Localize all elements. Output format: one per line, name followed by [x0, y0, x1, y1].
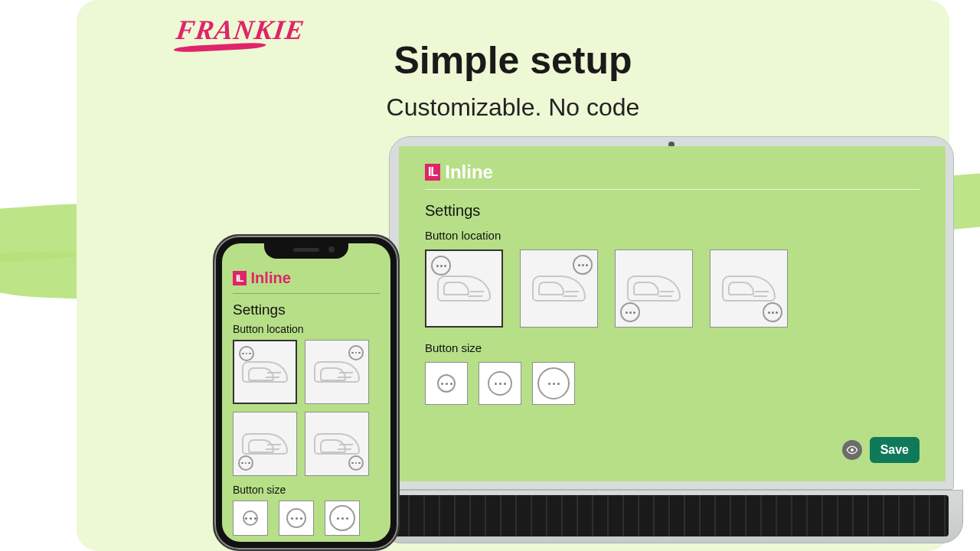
button-size-label: Button size	[233, 484, 380, 496]
save-button[interactable]: Save	[870, 437, 920, 463]
location-option-bottom-right[interactable]	[305, 412, 369, 476]
shoe-icon	[532, 276, 586, 302]
location-option-top-right[interactable]	[305, 340, 369, 404]
dots-icon	[329, 505, 355, 531]
hero-subtitle: Customizable. No code	[77, 93, 949, 122]
shoe-icon	[314, 433, 360, 455]
shoe-icon	[314, 361, 360, 383]
shoe-icon	[437, 276, 491, 302]
app-name: Inline	[251, 269, 291, 287]
laptop-mockup: IL Inline Settings Button location	[380, 136, 963, 551]
dots-icon	[348, 455, 364, 471]
app-name: Inline	[445, 161, 493, 183]
app-header: IL Inline	[425, 161, 920, 190]
size-option-medium[interactable]	[479, 362, 521, 405]
stage: FRANKIE Simple setup Customizable. No co…	[0, 0, 980, 551]
location-option-top-right[interactable]	[520, 249, 598, 328]
save-row: Save	[842, 437, 920, 463]
phone-mockup: IL Inline Settings Button location	[213, 234, 400, 551]
size-option-large[interactable]	[532, 362, 575, 405]
dots-icon	[431, 256, 451, 276]
location-option-bottom-right[interactable]	[710, 249, 788, 328]
dots-icon	[620, 302, 640, 322]
app-logo-icon: IL	[233, 271, 247, 285]
button-location-label: Button location	[425, 229, 920, 242]
button-location-label: Button location	[233, 323, 380, 335]
dots-icon	[286, 508, 306, 528]
button-size-options	[233, 500, 380, 536]
shoe-icon	[722, 276, 776, 302]
dots-icon	[488, 371, 512, 396]
hero-card: FRANKIE Simple setup Customizable. No co…	[77, 0, 949, 551]
app-header: IL Inline	[233, 269, 380, 294]
shoe-icon	[627, 276, 681, 302]
button-size-options	[425, 362, 920, 405]
size-option-medium[interactable]	[279, 500, 314, 536]
location-option-top-left[interactable]	[425, 249, 503, 328]
laptop-base	[380, 490, 963, 543]
size-option-large[interactable]	[325, 500, 360, 536]
dots-icon	[537, 367, 570, 399]
size-option-small[interactable]	[425, 362, 468, 405]
laptop-lid: IL Inline Settings Button location	[389, 136, 954, 490]
svg-point-0	[851, 448, 854, 452]
settings-title: Settings	[425, 202, 920, 220]
dots-icon	[243, 510, 258, 526]
location-option-bottom-left[interactable]	[233, 412, 297, 476]
shoe-icon	[242, 433, 288, 455]
shoe-icon	[242, 361, 288, 383]
hero-title: Simple setup	[77, 38, 949, 83]
location-option-bottom-left[interactable]	[615, 249, 693, 328]
keyboard	[394, 495, 949, 536]
phone-screen: IL Inline Settings Button location	[222, 243, 390, 542]
button-location-options	[233, 340, 380, 476]
button-location-options	[425, 249, 920, 328]
eye-icon	[846, 444, 858, 456]
dots-icon	[348, 345, 364, 360]
laptop-screen: IL Inline Settings Button location	[399, 146, 946, 481]
dots-icon	[437, 374, 456, 393]
size-option-small[interactable]	[233, 500, 268, 536]
button-size-label: Button size	[425, 341, 920, 354]
preview-button[interactable]	[842, 440, 862, 460]
phone-notch	[264, 240, 348, 259]
dots-icon	[573, 255, 593, 275]
dots-icon	[763, 302, 782, 322]
dots-icon	[239, 346, 254, 361]
settings-title: Settings	[233, 302, 380, 318]
app-logo-icon: IL	[425, 164, 440, 181]
location-option-top-left[interactable]	[233, 340, 297, 404]
dots-icon	[238, 455, 253, 471]
